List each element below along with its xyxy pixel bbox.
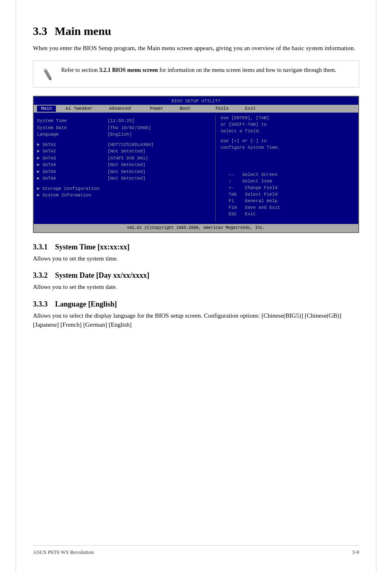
bios-sata1: ► SATA1 [HDT722516DLA380] — [37, 141, 211, 148]
bios-screen: BIOS SETUP UTILITY Main Ai Tweaker Advan… — [33, 96, 359, 233]
section-number: 3.3 — [33, 25, 47, 38]
intro-text: When you enter the BIOS Setup program, t… — [33, 44, 359, 53]
sub-number-332: 3.3.2 — [33, 271, 48, 280]
bios-system-info: ► System Information — [37, 192, 211, 199]
section-title: Main menu — [55, 25, 111, 38]
note-suffix: for information on the menu screen items… — [158, 67, 336, 73]
bios-menu-tools[interactable]: Tools — [195, 106, 233, 112]
bios-menu-advanced[interactable]: Advanced — [97, 106, 135, 112]
note-icon — [40, 67, 55, 82]
sub-heading-332: 3.3.2 System Date [Day xx/xx/xxxx] — [33, 271, 359, 280]
margin-line-right — [376, 0, 376, 572]
sub-number-333: 3.3.3 — [33, 300, 48, 309]
bios-right-panel: Use [ENTER], [TAB] or [SHIFT-TAB] to sel… — [215, 115, 355, 221]
bios-menu-power[interactable]: Power — [135, 106, 167, 112]
sub-number-331: 3.3.1 — [33, 243, 48, 251]
sub-title-333: Language [English] — [55, 300, 117, 309]
bios-sata6: ► SATA6 [Not Detected] — [37, 175, 211, 182]
bios-storage-config: ► Storage Configuration — [37, 185, 211, 192]
section-heading: 3.3 Main menu — [33, 25, 359, 38]
bios-menu-main[interactable]: Main — [37, 106, 56, 112]
sub-text-332: Allows you to set the system date. — [33, 282, 359, 292]
note-text: Refer to section 3.2.1 BIOS menu screen … — [61, 66, 336, 74]
sub-heading-331: 3.3.1 System Time [xx:xx:xx] — [33, 243, 359, 251]
sub-text-331: Allows you to set the system time. — [33, 254, 359, 263]
note-bold: 3.2.1 BIOS menu screen — [99, 67, 158, 73]
bios-right-help: Use [ENTER], [TAB] or [SHIFT-TAB] to sel… — [221, 115, 355, 151]
bios-sata5: ► SATA5 [Not Detected] — [37, 168, 211, 175]
bios-system-date: System Date [Thu 10/02/2008] — [37, 125, 211, 131]
sub-text-333: Allows you to select the display languag… — [33, 311, 359, 330]
bios-footer: v02.61 (C)Copyright 1985-2008, American … — [34, 224, 358, 232]
bios-system-time: System Time [11:55:25] — [37, 118, 211, 125]
bios-menubar: Main Ai Tweaker Advanced Power Boot Tool… — [34, 105, 358, 113]
bios-menu-boot[interactable]: Boot — [168, 106, 195, 112]
bios-body: System Time [11:55:25] System Date [Thu … — [34, 113, 358, 224]
sub-title-332: System Date [Day xx/xx/xxxx] — [55, 271, 149, 280]
bios-menu-ai-tweaker[interactable]: Ai Tweaker — [56, 106, 97, 112]
footer-product-name: ASUS P6T6 WS Revolution — [33, 549, 94, 556]
bios-titlebar: BIOS SETUP UTILITY — [34, 97, 358, 105]
sub-heading-333: 3.3.3 Language [English] — [33, 300, 359, 309]
bios-sata2: ► SATA2 [Not Detected] — [37, 148, 211, 155]
bios-sata3: ► SATA3 [ATAPI DVD DH1] — [37, 155, 211, 162]
bios-language: Language [English] — [37, 131, 211, 138]
note-box: Refer to section 3.2.1 BIOS menu screen … — [33, 60, 359, 88]
footer-page-number: 3-9 — [352, 549, 359, 556]
bios-left-panel: System Time [11:55:25] System Date [Thu … — [37, 115, 215, 221]
bios-menu-exit[interactable]: Exit — [233, 106, 260, 112]
bios-sata4: ► SATA4 [Not Detected] — [37, 161, 211, 168]
margin-line-left — [16, 0, 16, 572]
bios-right-keys: ←→ Select Screen ↕ Select Item +- Change… — [221, 172, 355, 218]
sub-title-331: System Time [xx:xx:xx] — [55, 243, 129, 251]
page-footer: ASUS P6T6 WS Revolution 3-9 — [33, 545, 359, 556]
